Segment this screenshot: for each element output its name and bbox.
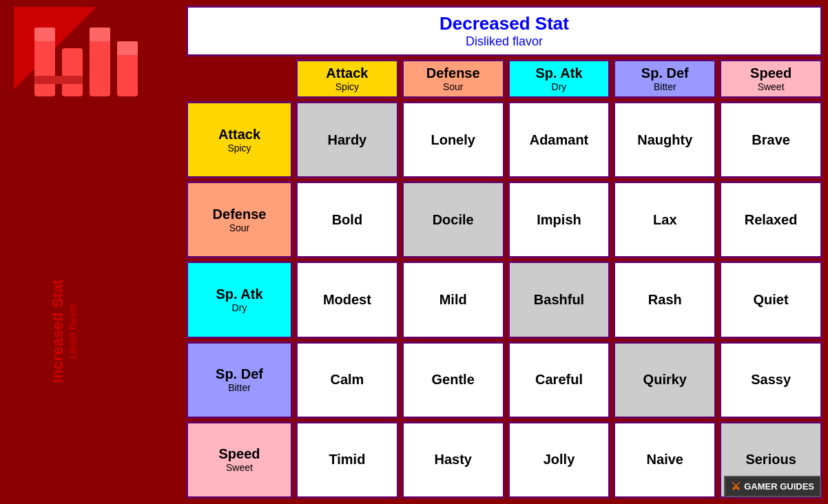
nature-cell-quirky: Quirky — [613, 342, 716, 419]
row-header-defense: DefenseSour — [186, 181, 293, 258]
nature-cell-naughty: Naughty — [613, 101, 716, 178]
nature-cell-lax: Lax — [613, 181, 716, 258]
nature-cell-docile: Docile — [402, 181, 505, 258]
col-header-defense: DefenseSour — [402, 59, 505, 98]
nature-cell-bashful: Bashful — [508, 261, 611, 338]
gg-logo: ⚔ — [731, 480, 741, 493]
nature-cell-lonely: Lonely — [402, 101, 505, 178]
nature-cell-jolly: Jolly — [508, 421, 611, 498]
nature-cell-sassy: Sassy — [719, 342, 822, 419]
svg-rect-8 — [117, 41, 138, 55]
nature-cell-gentle: Gentle — [402, 342, 505, 419]
nature-cell-bold: Bold — [296, 181, 399, 258]
nature-cell-rash: Rash — [613, 261, 716, 338]
decreased-stat-header: Decreased Stat Disliked flavor — [186, 6, 822, 56]
corner-empty — [186, 59, 293, 98]
nature-cell-naive: Naive — [613, 421, 716, 498]
nature-cell-impish: Impish — [508, 181, 611, 258]
row-header-sp-def: Sp. DefBitter — [186, 342, 293, 419]
nature-cell-timid: Timid — [296, 421, 399, 498]
nature-grid: AttackSpicyDefenseSourSp. AtkDrySp. DefB… — [186, 59, 822, 498]
nature-cell-brave: Brave — [719, 101, 822, 178]
increased-stat-label: Increased Stat — [49, 280, 67, 383]
nature-cell-calm: Calm — [296, 342, 399, 419]
table-area: Decreased Stat Disliked flavor AttackSpi… — [186, 0, 828, 504]
nature-cell-relaxed: Relaxed — [719, 181, 822, 258]
nature-cell-hardy: Hardy — [296, 101, 399, 178]
row-header-sp-atk: Sp. AtkDry — [186, 261, 293, 338]
col-header-sp-atk: Sp. AtkDry — [508, 59, 611, 98]
nature-cell-quiet: Quiet — [719, 261, 822, 338]
main-container: Increased Stat Liked flavor Decreased St… — [0, 0, 828, 504]
col-header-speed: SpeedSweet — [719, 59, 822, 98]
decreased-stat-title: Decreased Stat — [194, 13, 815, 34]
liked-flavor-label: Liked flavor — [67, 280, 79, 383]
nature-cell-adamant: Adamant — [508, 101, 611, 178]
svg-rect-6 — [34, 28, 55, 41]
disliked-flavor-subtitle: Disliked flavor — [194, 34, 815, 49]
nature-cell-careful: Careful — [508, 342, 611, 419]
logo-area: Increased Stat Liked flavor — [0, 0, 186, 504]
svg-rect-7 — [90, 28, 110, 41]
nature-cell-mild: Mild — [402, 261, 505, 338]
gamer-guides-text: GAMER GUIDES — [744, 481, 814, 492]
row-header-speed: SpeedSweet — [186, 421, 293, 498]
svg-rect-9 — [34, 76, 83, 84]
logo-svg — [14, 7, 165, 145]
col-header-sp-def: Sp. DefBitter — [613, 59, 716, 98]
col-header-attack: AttackSpicy — [296, 59, 399, 98]
gamer-guides-branding: ⚔ GAMER GUIDES — [724, 476, 821, 497]
svg-rect-3 — [62, 48, 83, 96]
nature-cell-hasty: Hasty — [402, 421, 505, 498]
nature-cell-modest: Modest — [296, 261, 399, 338]
row-header-attack: AttackSpicy — [186, 101, 293, 178]
